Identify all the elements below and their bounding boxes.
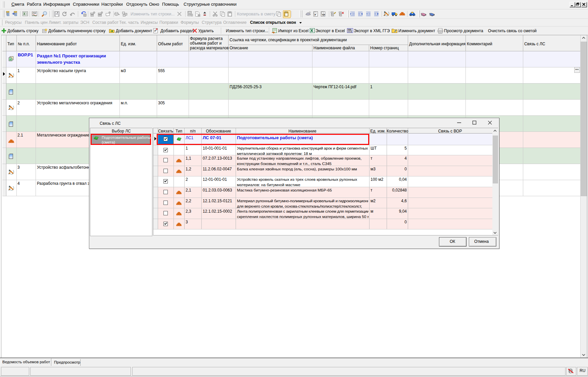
svg-text:ГГЭ: ГГЭ [348, 31, 352, 33]
svg-text:P: P [314, 14, 316, 16]
svg-text:PDF: PDF [33, 12, 37, 14]
svg-text:ПР: ПР [322, 14, 325, 16]
